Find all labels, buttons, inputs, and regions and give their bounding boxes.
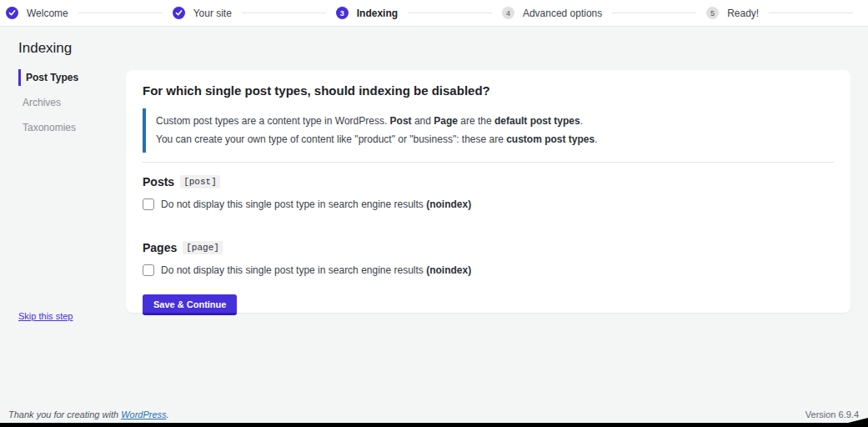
step-connector [78,13,163,13]
page-title: Indexing [18,40,72,57]
footer-thanks-text: Thank you for creating with WordPress. [8,409,169,419]
step-welcome[interactable]: Welcome [6,7,68,19]
check-icon [6,7,18,19]
noindex-row-posts: Do not display this single post type in … [143,198,834,210]
noindex-checkbox-label: Do not display this single post type in … [161,264,471,276]
noindex-checkbox-posts[interactable] [143,198,154,210]
sidebar-item-taxonomies[interactable]: Taxonomies [18,119,118,136]
footer-version-text: Version 6.9.4 [805,409,859,419]
step-label: Ready! [727,8,759,19]
notice-line: You can create your own type of content … [156,133,834,146]
step-number-badge: 4 [502,7,514,19]
notice-line: Custom post types are a content type in … [156,115,834,128]
step-advanced-options[interactable]: 4 Advanced options [502,7,602,19]
sidebar-item-post-types[interactable]: Post Types [18,69,118,86]
settings-sidebar: Post Types Archives Taxonomies [18,69,118,144]
step-connector [769,13,853,13]
step-connector [408,13,492,13]
check-icon [173,7,185,19]
post-type-name: Pages [143,241,177,254]
post-type-slug-badge: [post] [180,175,220,188]
noindex-checkbox-label: Do not display this single post type in … [161,198,471,210]
setup-wizard-stepper: Welcome Your site 3 Indexing 4 Advanced … [0,0,868,27]
step-label: Your site [193,8,232,19]
sidebar-item-archives[interactable]: Archives [18,94,118,111]
step-ready[interactable]: 5 Ready! [706,7,759,19]
info-notice: Custom post types are a content type in … [143,108,834,153]
step-connector [242,13,326,13]
step-number-badge: 3 [336,7,349,19]
panel-question-heading: For which single post types, should inde… [143,83,834,98]
post-type-slug-badge: [page] [183,241,223,254]
post-types-panel: For which single post types, should inde… [126,70,850,313]
screen-bottom-bar [0,423,868,427]
divider [143,162,834,163]
step-number-badge: 5 [706,7,719,19]
noindex-checkbox-pages[interactable] [143,264,154,276]
post-type-name: Posts [143,175,174,188]
save-continue-button[interactable]: Save & Continue [143,294,237,315]
skip-step-link[interactable]: Skip this step [18,311,73,321]
post-type-section-posts: Posts [post] Do not display this single … [143,175,834,210]
step-label: Indexing [357,8,398,19]
wordpress-link[interactable]: WordPress [121,409,166,419]
step-label: Advanced options [523,8,602,19]
post-type-section-pages: Pages [page] Do not display this single … [143,241,834,276]
step-your-site[interactable]: Your site [173,7,232,19]
step-connector [612,13,696,13]
noindex-row-pages: Do not display this single post type in … [143,264,834,276]
step-indexing[interactable]: 3 Indexing [336,7,398,19]
step-label: Welcome [27,8,68,19]
